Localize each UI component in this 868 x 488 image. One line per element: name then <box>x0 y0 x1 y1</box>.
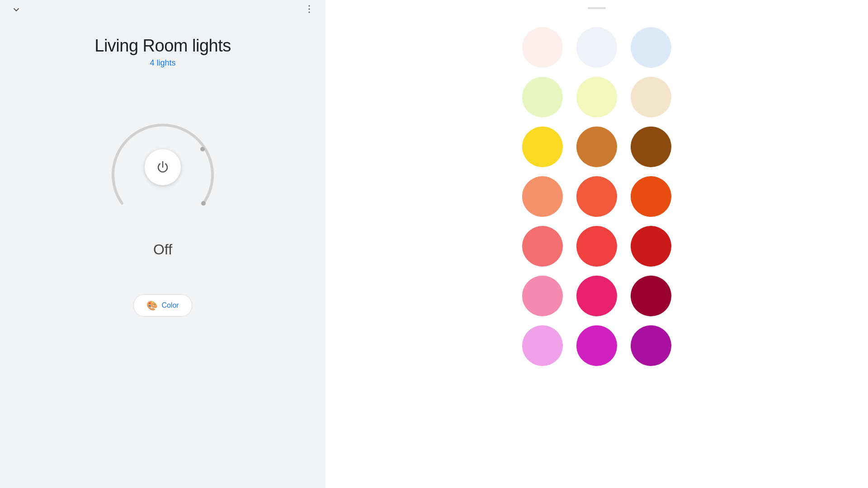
color-swatch-warm-white[interactable] <box>522 27 563 68</box>
title-area: Living Room lights 4 lights <box>94 36 231 68</box>
color-swatch-warm-beige[interactable] <box>631 77 671 117</box>
left-panel: Living Room lights 4 lights Off 🎨 Color <box>0 0 326 488</box>
color-grid <box>513 23 680 371</box>
color-button[interactable]: 🎨 Color <box>133 294 192 317</box>
color-swatch-hot-pink[interactable] <box>576 276 617 316</box>
right-panel <box>326 0 868 488</box>
svg-point-1 <box>309 9 310 10</box>
drag-handle[interactable] <box>588 7 606 9</box>
color-swatch-dark-red[interactable] <box>631 276 671 316</box>
room-title: Living Room lights <box>94 36 231 56</box>
color-swatch-purple[interactable] <box>631 325 671 366</box>
palette-icon: 🎨 <box>146 300 158 311</box>
top-bar <box>0 0 326 21</box>
color-button-wrap: 🎨 Color <box>133 294 192 317</box>
color-swatch-pale-yellow[interactable] <box>576 77 617 117</box>
svg-point-0 <box>309 5 310 7</box>
color-swatch-cool-white[interactable] <box>631 27 671 68</box>
color-swatch-tomato[interactable] <box>576 226 617 267</box>
color-swatch-lavender[interactable] <box>522 325 563 366</box>
svg-point-3 <box>201 201 206 206</box>
svg-point-4 <box>200 147 205 151</box>
color-swatch-red[interactable] <box>631 226 671 267</box>
color-swatch-amber[interactable] <box>576 127 617 167</box>
color-swatch-light-green[interactable] <box>522 77 563 117</box>
off-label: Off <box>153 241 172 258</box>
color-swatch-magenta[interactable] <box>576 325 617 366</box>
power-button[interactable] <box>145 149 181 185</box>
dial-container <box>99 104 226 230</box>
more-options-icon[interactable] <box>304 4 315 17</box>
color-swatch-orange[interactable] <box>631 176 671 217</box>
color-swatch-neutral-white[interactable] <box>576 27 617 68</box>
lights-count: 4 lights <box>94 58 231 68</box>
color-swatch-salmon[interactable] <box>522 226 563 267</box>
color-swatch-peach[interactable] <box>522 176 563 217</box>
svg-point-2 <box>309 12 310 13</box>
color-swatch-yellow[interactable] <box>522 127 563 167</box>
color-swatch-brown[interactable] <box>631 127 671 167</box>
power-icon <box>156 160 170 174</box>
chevron-down-icon[interactable] <box>11 4 22 17</box>
color-button-label: Color <box>161 301 179 310</box>
color-swatch-light-pink[interactable] <box>522 276 563 316</box>
color-swatch-coral[interactable] <box>576 176 617 217</box>
